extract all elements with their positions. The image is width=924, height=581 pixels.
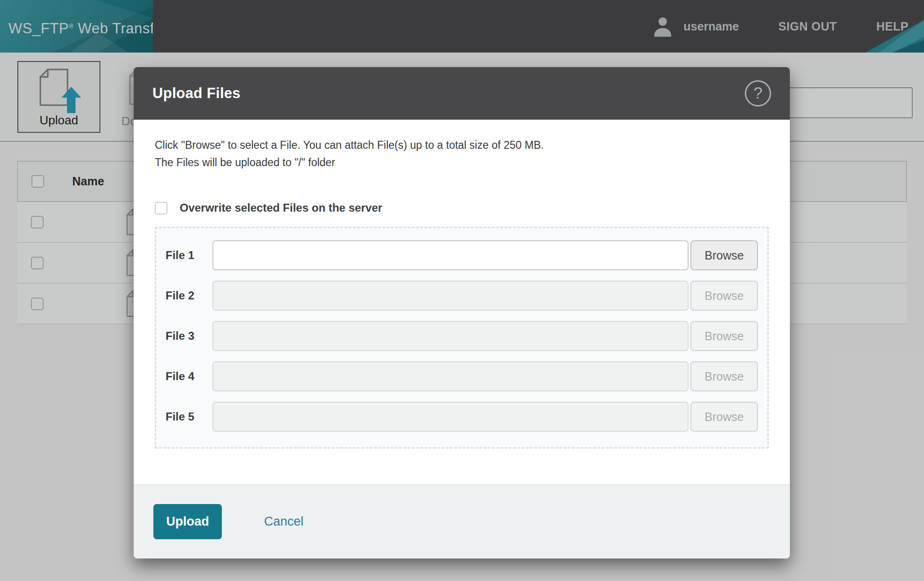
instructions-line-1: Click "Browse" to select a File. You can… xyxy=(155,137,769,154)
file-4-label: File 4 xyxy=(166,370,212,383)
overwrite-checkbox[interactable] xyxy=(155,202,167,214)
file-5-browse-button: Browse xyxy=(690,402,758,432)
file-2-label: File 2 xyxy=(166,289,212,302)
file-row-4: File 4 Browse xyxy=(166,361,758,391)
cancel-link[interactable]: Cancel xyxy=(264,514,303,529)
dialog-body: Click "Browse" to select a File. You can… xyxy=(134,120,790,484)
screen: WS_FTP® Web Transfer username SIGN OUT H… xyxy=(0,0,924,581)
dialog-footer: Upload Cancel xyxy=(134,484,790,558)
file-1-browse-button[interactable]: Browse xyxy=(690,240,758,270)
file-2-input xyxy=(212,281,689,311)
file-1-input[interactable] xyxy=(212,240,689,270)
file-3-browse-button: Browse xyxy=(690,321,758,351)
help-icon[interactable]: ? xyxy=(745,80,771,107)
upload-submit-button[interactable]: Upload xyxy=(153,504,222,539)
dialog-title: Upload Files xyxy=(152,85,241,102)
overwrite-option: Overwrite selected Files on the server xyxy=(155,201,769,214)
file-1-label: File 1 xyxy=(166,249,212,262)
file-3-label: File 3 xyxy=(166,329,212,343)
file-4-input xyxy=(212,361,689,391)
upload-files-dialog: Upload Files ? Click "Browse" to select … xyxy=(134,67,790,558)
file-row-3: File 3 Browse xyxy=(166,321,758,351)
file-5-label: File 5 xyxy=(166,410,212,423)
instructions-line-2: The Files will be uploaded to "/" folder xyxy=(155,154,769,171)
file-row-2: File 2 Browse xyxy=(166,281,758,311)
file-selection-box: File 1 Browse File 2 Browse File 3 Brows… xyxy=(155,227,769,449)
overwrite-label: Overwrite selected Files on the server xyxy=(180,201,382,214)
file-row-5: File 5 Browse xyxy=(166,402,758,432)
file-2-browse-button: Browse xyxy=(690,281,758,311)
file-5-input xyxy=(212,402,689,432)
help-glyph: ? xyxy=(753,84,762,101)
file-3-input xyxy=(212,321,689,351)
dialog-header: Upload Files ? xyxy=(134,67,790,120)
file-4-browse-button: Browse xyxy=(690,361,758,391)
file-row-1: File 1 Browse xyxy=(166,240,758,270)
